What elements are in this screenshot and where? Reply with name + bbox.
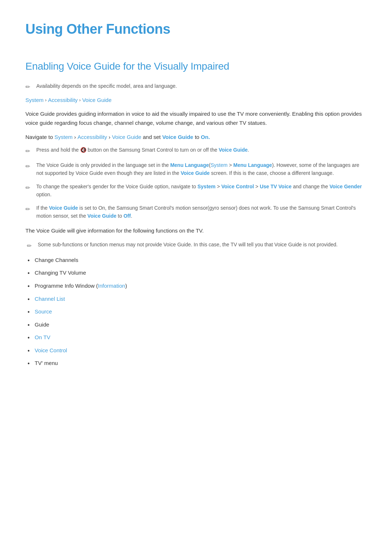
list-item-label: Guide xyxy=(35,320,49,329)
note-text-4: If the Voice Guide is set to On, the Sam… xyxy=(36,204,367,220)
information-link[interactable]: Information xyxy=(98,283,125,289)
notes-section: ✏ Press and hold the 🔇 button on the Sam… xyxy=(25,146,367,220)
bullet-list: Change Channels Changing TV Volume Progr… xyxy=(25,256,367,368)
list-item-on-tv: On TV xyxy=(25,333,367,342)
nav-and-set: and set xyxy=(143,134,162,140)
section-title: Enabling Voice Guide for the Visually Im… xyxy=(25,58,367,75)
voice-guide-link-1[interactable]: Voice Guide xyxy=(219,147,248,153)
pencil-icon-3: ✏ xyxy=(25,183,33,193)
breadcrumb-accessibility[interactable]: Accessibility xyxy=(48,96,78,104)
list-item-changing-volume: Changing TV Volume xyxy=(25,268,367,278)
availability-note-text: Availability depends on the specific mod… xyxy=(36,82,177,90)
navigate-instruction: Navigate to System › Accessibility › Voi… xyxy=(25,133,367,142)
list-item-change-channels: Change Channels xyxy=(25,256,367,265)
pencil-icon: ✏ xyxy=(25,82,33,92)
note-text-3: To change the speaker's gender for the V… xyxy=(36,182,367,199)
note-item-4: ✏ If the Voice Guide is set to On, the S… xyxy=(25,204,367,220)
nav-system-link[interactable]: System xyxy=(54,134,73,140)
breadcrumb-sep-2: › xyxy=(79,97,81,104)
list-item-guide: Guide xyxy=(25,320,367,330)
system-link-2[interactable]: System xyxy=(211,162,228,168)
channel-list-link[interactable]: Channel List xyxy=(35,295,65,303)
list-item-label: Programme Info Window (Information) xyxy=(35,282,127,290)
note-text-2: The Voice Guide is only provided in the … xyxy=(36,161,367,177)
breadcrumb: System › Accessibility › Voice Guide xyxy=(25,96,367,104)
breadcrumb-voice-guide[interactable]: Voice Guide xyxy=(82,96,111,104)
pencil-icon-2: ✏ xyxy=(25,162,33,171)
voice-guide-link-4[interactable]: Voice Guide xyxy=(87,213,117,219)
sub-note-block: ✏ Some sub-functions or function menus m… xyxy=(25,241,367,251)
list-item-source: Source xyxy=(25,307,367,317)
voice-control-link[interactable]: Voice Control xyxy=(221,184,254,189)
list-item-channel-list: Channel List xyxy=(25,295,367,304)
availability-note-block: ✏ Availability depends on the specific m… xyxy=(25,82,367,92)
source-link[interactable]: Source xyxy=(35,307,52,316)
note-item-2: ✏ The Voice Guide is only provided in th… xyxy=(25,161,367,177)
nav-on-link[interactable]: On. xyxy=(201,134,210,140)
list-item-label: Changing TV Volume xyxy=(35,268,86,277)
note-item-1: ✏ Press and hold the 🔇 button on the Sam… xyxy=(25,146,367,156)
sub-note-text: Some sub-functions or function menus may… xyxy=(38,241,338,249)
note-item-3: ✏ To change the speaker's gender for the… xyxy=(25,182,367,199)
nav-voiceguide-set-link[interactable]: Voice Guide xyxy=(162,134,193,140)
use-tv-voice-link[interactable]: Use TV Voice xyxy=(260,184,292,189)
voice-gender-link[interactable]: Voice Gender xyxy=(330,184,362,189)
breadcrumb-sep-1: › xyxy=(45,97,46,104)
list-item-tv-menu: TV' menu xyxy=(25,359,367,368)
pencil-icon-1: ✏ xyxy=(25,147,33,156)
off-link[interactable]: Off xyxy=(123,213,131,219)
voice-guide-link-3[interactable]: Voice Guide xyxy=(49,205,78,211)
voice-guide-link-2[interactable]: Voice Guide xyxy=(181,170,210,176)
nav-to: to xyxy=(195,134,201,140)
nav-voiceguide-link[interactable]: Voice Guide xyxy=(112,134,141,140)
note-text-1: Press and hold the 🔇 button on the Samsu… xyxy=(36,146,249,154)
pencil-icon-5: ✏ xyxy=(27,241,34,251)
on-tv-link[interactable]: On TV xyxy=(35,333,50,342)
voice-control-link-2[interactable]: Voice Control xyxy=(35,346,67,355)
list-item-label: TV' menu xyxy=(35,359,58,368)
nav-accessibility-link[interactable]: Accessibility xyxy=(77,134,107,140)
pencil-icon-4: ✏ xyxy=(25,205,33,214)
system-link-3[interactable]: System xyxy=(197,184,216,189)
list-item-voice-control: Voice Control xyxy=(25,346,367,356)
menu-language-link-2[interactable]: Menu Language xyxy=(233,162,272,168)
body-paragraph: Voice Guide provides guiding information… xyxy=(25,110,367,128)
menu-language-link[interactable]: Menu Language xyxy=(170,162,209,168)
breadcrumb-system[interactable]: System xyxy=(25,96,44,104)
page-title: Using Other Functions xyxy=(25,18,367,40)
list-item-programme-info: Programme Info Window (Information) xyxy=(25,282,367,291)
list-item-label: Change Channels xyxy=(35,256,78,264)
functions-header: The Voice Guide will give information fo… xyxy=(25,226,367,235)
